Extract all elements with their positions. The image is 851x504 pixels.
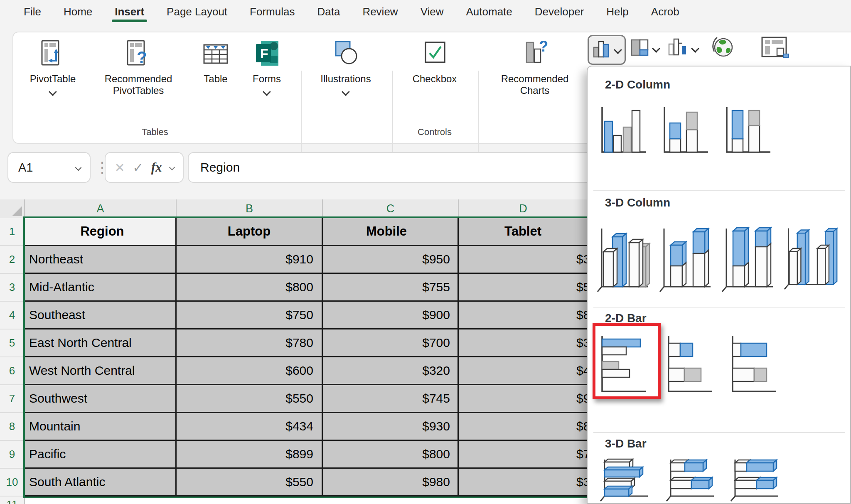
cell-A6[interactable]: West North Central (25, 357, 177, 385)
cell-B9[interactable]: $899 (177, 441, 323, 469)
menu-tab-view[interactable]: View (409, 0, 455, 23)
cell-B2[interactable]: $910 (177, 246, 323, 274)
cell-D2[interactable]: $3 (459, 246, 588, 274)
cell-C6[interactable]: $320 (323, 357, 459, 385)
illustrations-button[interactable]: Illustrations (308, 40, 383, 95)
menu-tab-automate[interactable]: Automate (455, 0, 524, 23)
cell-B8[interactable]: $434 (177, 413, 323, 441)
cell-D5[interactable]: $3 (459, 329, 588, 357)
row-header-6[interactable]: 6 (0, 357, 24, 385)
cell-B7[interactable]: $550 (177, 385, 323, 413)
insert-hierarchy-chart-button[interactable] (631, 39, 659, 58)
cell-C9[interactable]: $800 (323, 441, 459, 469)
cell-B5[interactable]: $780 (177, 329, 323, 357)
cell-A7[interactable]: Southwest (25, 385, 177, 413)
cell-C5[interactable]: $700 (323, 329, 459, 357)
cell-B1[interactable]: Laptop (177, 218, 323, 246)
cell-D1[interactable]: Tablet (459, 218, 588, 246)
cancel-icon[interactable]: ✕ (114, 160, 125, 175)
cell-A1[interactable]: Region (25, 218, 177, 246)
insert-function-icon[interactable]: fx (151, 160, 162, 175)
menu-tab-developer[interactable]: Developer (524, 0, 595, 23)
chart-type-3d-column-icon[interactable] (783, 224, 839, 295)
insert-waterfall-chart-button[interactable] (668, 38, 698, 59)
chart-type-3d-stacked-bar-icon[interactable] (663, 456, 717, 504)
cell-B6[interactable]: $600 (177, 357, 323, 385)
forms-button[interactable]: F Forms (242, 40, 292, 95)
cell-A9[interactable]: Pacific (25, 441, 177, 469)
recommended-pivottables-button[interactable]: ? Recommended PivotTables (91, 40, 186, 96)
chart-type-stacked-column-icon[interactable] (661, 105, 710, 157)
cell-D7[interactable]: $9 (459, 385, 588, 413)
cell-C7[interactable]: $745 (323, 385, 459, 413)
column-header-A[interactable]: A (25, 199, 177, 218)
row-header-3[interactable]: 3 (0, 274, 24, 302)
row-header-10[interactable]: 10 (0, 469, 24, 497)
menu-tab-review[interactable]: Review (351, 0, 409, 23)
row-header-5[interactable]: 5 (0, 329, 24, 357)
menu-tab-file[interactable]: File (12, 0, 52, 23)
cell-B4[interactable]: $750 (177, 302, 323, 329)
cell-B10[interactable]: $550 (177, 469, 323, 497)
menu-tab-insert[interactable]: Insert (103, 0, 155, 23)
enter-icon[interactable]: ✓ (133, 160, 143, 175)
menu-tab-data[interactable]: Data (306, 0, 351, 23)
menu-tab-page-layout[interactable]: Page Layout (155, 0, 239, 23)
cell-A4[interactable]: Southeast (25, 302, 177, 329)
cell-A10[interactable]: South Atlantic (25, 469, 177, 497)
chart-type-100-stacked-column-icon[interactable] (723, 105, 772, 157)
row-header-4[interactable]: 4 (0, 302, 24, 329)
chart-type-clustered-bar-icon[interactable] (598, 333, 647, 396)
cell-C10[interactable]: $980 (323, 469, 459, 497)
pivottable-label: PivotTable (30, 73, 76, 85)
cell-D8[interactable]: $8 (459, 413, 588, 441)
cell-A3[interactable]: Mid-Atlantic (25, 274, 177, 302)
chart-type-stacked-bar-icon[interactable] (665, 333, 714, 396)
table-button[interactable]: Table (191, 40, 241, 85)
cell-C3[interactable]: $755 (323, 274, 459, 302)
checkbox-button[interactable]: Checkbox (397, 40, 472, 85)
menu-tab-acrob[interactable]: Acrob (640, 0, 691, 23)
chart-type-3d-clustered-column-icon[interactable] (596, 224, 652, 295)
cell-text: West North Central (29, 364, 135, 378)
row-header-1[interactable]: 1 (0, 218, 24, 246)
cell-C2[interactable]: $950 (323, 246, 459, 274)
column-header-D[interactable]: D (459, 199, 588, 218)
name-box[interactable]: A1 (7, 152, 91, 183)
recommended-charts-button[interactable]: ? Recommended Charts (487, 40, 583, 96)
cell-D4[interactable]: $8 (459, 302, 588, 329)
select-all-corner[interactable] (0, 199, 25, 218)
cell-C4[interactable]: $900 (323, 302, 459, 329)
cell-D9[interactable]: $7 (459, 441, 588, 469)
row-header-9[interactable]: 9 (0, 441, 24, 469)
cell-C8[interactable]: $930 (323, 413, 459, 441)
menu-tab-help[interactable]: Help (595, 0, 639, 23)
insert-column-chart-button[interactable] (588, 35, 626, 65)
chart-type-3d-clustered-bar-icon[interactable] (597, 456, 651, 504)
pivottable-button[interactable]: PivotTable (15, 40, 90, 95)
column-header-C[interactable]: C (323, 199, 459, 218)
menu-tab-formulas[interactable]: Formulas (239, 0, 306, 23)
row-header-7[interactable]: 7 (0, 385, 24, 413)
cell-D10[interactable]: $3 (459, 469, 588, 497)
row-header-11[interactable]: 11 (0, 497, 24, 504)
chart-type-100-stacked-bar-icon[interactable] (729, 333, 778, 396)
chevron-down-icon[interactable] (169, 165, 175, 170)
cell-B3[interactable]: $800 (177, 274, 323, 302)
chart-type-3d-stacked-column-icon[interactable] (658, 224, 714, 295)
cell-A8[interactable]: Mountain (25, 413, 177, 441)
insert-map-chart-button[interactable] (711, 36, 735, 61)
row-header-8[interactable]: 8 (0, 413, 24, 441)
cell-C1[interactable]: Mobile (323, 218, 459, 246)
pivotchart-button[interactable] (761, 37, 790, 61)
menu-tab-home[interactable]: Home (52, 0, 103, 23)
cell-D6[interactable]: $4 (459, 357, 588, 385)
cell-A5[interactable]: East North Central (25, 329, 177, 357)
cell-A2[interactable]: Northeast (25, 246, 177, 274)
chart-type-3d-100-stacked-column-icon[interactable] (721, 224, 777, 295)
row-header-2[interactable]: 2 (0, 246, 24, 274)
chart-type-3d-100-stacked-bar-icon[interactable] (728, 456, 782, 504)
cell-D3[interactable]: $5 (459, 274, 588, 302)
chart-type-clustered-column-icon[interactable] (598, 105, 647, 157)
column-header-B[interactable]: B (177, 199, 323, 218)
